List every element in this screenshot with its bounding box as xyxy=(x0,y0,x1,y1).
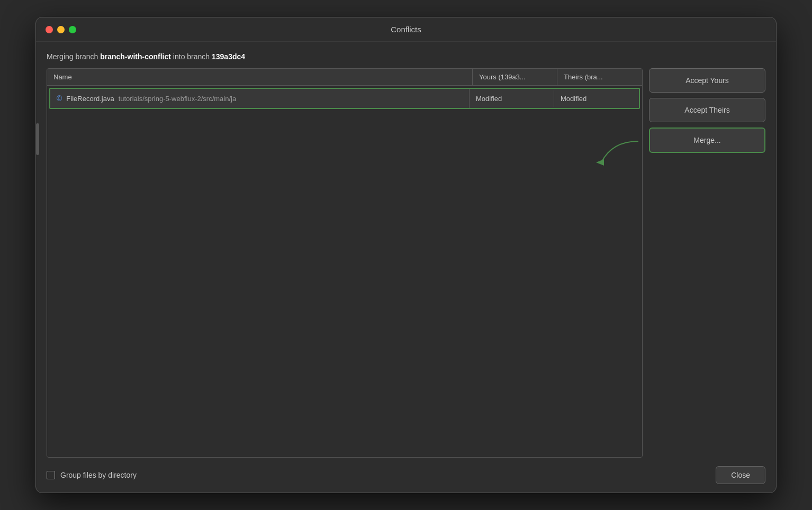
table-body: © FileRecord.java tutorials/spring-5-web… xyxy=(47,86,642,457)
group-files-checkbox[interactable] xyxy=(47,471,55,479)
close-traffic-light[interactable] xyxy=(46,26,53,33)
action-buttons: Accept Yours Accept Theirs Merge... xyxy=(649,68,765,458)
col-header-theirs: Theirs (bra... xyxy=(557,69,642,85)
minimize-traffic-light[interactable] xyxy=(57,26,65,33)
traffic-lights xyxy=(46,26,76,33)
scrollbar[interactable] xyxy=(36,123,39,155)
maximize-traffic-light[interactable] xyxy=(69,26,76,33)
conflicts-dialog: Conflicts Merging branch branch-with-con… xyxy=(35,17,777,493)
dialog-title: Conflicts xyxy=(391,25,421,34)
accept-theirs-button[interactable]: Accept Theirs xyxy=(649,98,765,122)
table-header: Name Yours (139a3... Theirs (bra... xyxy=(47,69,642,86)
into-text: into branch xyxy=(171,52,212,61)
source-branch: branch-with-conflict xyxy=(100,52,171,61)
group-files-checkbox-label[interactable]: Group files by directory xyxy=(47,471,137,479)
col-header-yours: Yours (139a3... xyxy=(473,69,557,85)
conflict-icon: © xyxy=(57,94,62,103)
file-path: tutorials/spring-5-webflux-2/src/main/ja xyxy=(119,95,237,103)
title-bar: Conflicts xyxy=(36,17,776,42)
col-header-name: Name xyxy=(47,69,473,85)
merge-info: Merging branch branch-with-conflict into… xyxy=(47,52,765,61)
conflicts-table: Name Yours (139a3... Theirs (bra... © Fi… xyxy=(47,68,643,458)
content-area: Merging branch branch-with-conflict into… xyxy=(36,42,776,458)
main-area: Name Yours (139a3... Theirs (bra... © Fi… xyxy=(47,68,765,458)
bottom-bar: Group files by directory Close xyxy=(36,458,776,493)
checkbox-label-text: Group files by directory xyxy=(60,471,137,479)
target-branch: 139a3dc4 xyxy=(212,52,245,61)
file-name: FileRecord.java xyxy=(66,95,114,103)
file-cell: © FileRecord.java tutorials/spring-5-web… xyxy=(50,89,470,108)
merge-button[interactable]: Merge... xyxy=(649,128,765,153)
close-button[interactable]: Close xyxy=(716,466,765,484)
theirs-status: Modified xyxy=(554,90,639,107)
accept-yours-button[interactable]: Accept Yours xyxy=(649,68,765,93)
yours-status: Modified xyxy=(470,90,554,107)
merge-prefix: Merging branch xyxy=(47,52,100,61)
table-row[interactable]: © FileRecord.java tutorials/spring-5-web… xyxy=(49,88,640,109)
